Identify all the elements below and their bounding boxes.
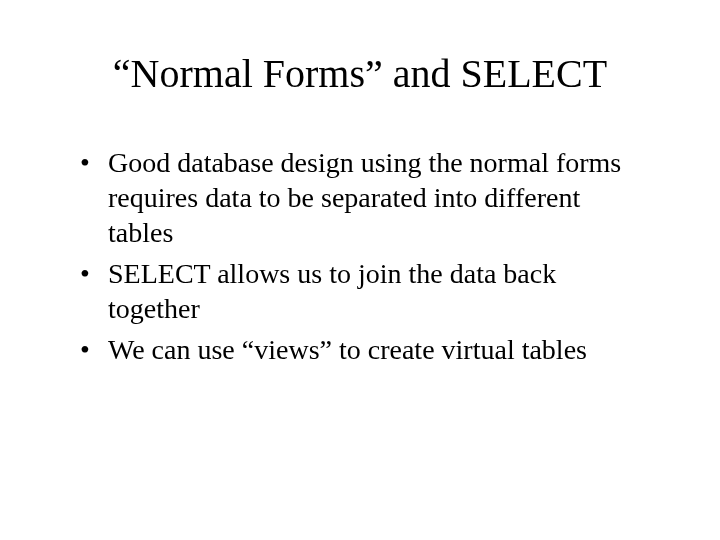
list-item: Good database design using the normal fo… bbox=[80, 145, 650, 250]
bullet-text: We can use “views” to create virtual tab… bbox=[108, 334, 587, 365]
slide-title: “Normal Forms” and SELECT bbox=[60, 50, 660, 97]
bullet-text: SELECT allows us to join the data back t… bbox=[108, 258, 556, 324]
slide: “Normal Forms” and SELECT Good database … bbox=[0, 0, 720, 540]
bullet-list: Good database design using the normal fo… bbox=[60, 145, 660, 367]
bullet-text: Good database design using the normal fo… bbox=[108, 147, 621, 248]
list-item: SELECT allows us to join the data back t… bbox=[80, 256, 650, 326]
list-item: We can use “views” to create virtual tab… bbox=[80, 332, 650, 367]
